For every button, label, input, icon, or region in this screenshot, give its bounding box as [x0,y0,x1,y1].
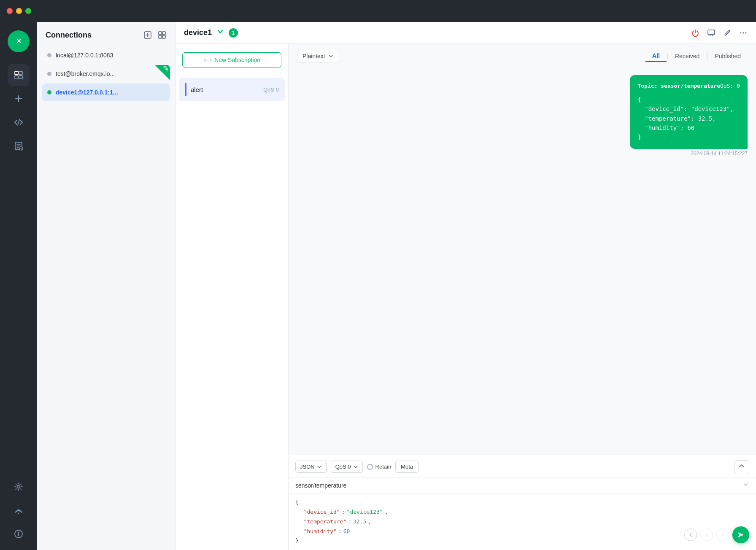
svg-rect-23 [159,32,162,35]
json-label: JSON [300,464,315,470]
sidebar-item-broadcast[interactable] [8,499,30,521]
svg-rect-25 [159,35,162,38]
svg-point-16 [18,513,19,514]
nav-next-button[interactable] [716,528,729,541]
chat-button[interactable] [707,29,716,37]
svg-rect-26 [162,35,165,38]
connection-status-dot [47,72,51,76]
json-format-select[interactable]: JSON [295,461,327,473]
svg-rect-27 [708,30,715,35]
message-filter-bar: Plaintext All | Received | Published [289,44,756,68]
svg-rect-4 [15,75,18,79]
main-content: device1 1 [176,22,756,550]
payload-editor[interactable]: { "device_id": "device123", "temperature… [295,498,749,546]
message-bubble-wrap: Topic: sensor/temperature QoS: 0 { "devi… [297,75,748,156]
connection-item-test[interactable]: test@broker.emqx.io... SSL [42,65,170,83]
sidebar-item-log[interactable]: ⚙ [8,135,30,157]
svg-point-15 [17,485,20,488]
sidebar-item-code[interactable] [8,111,30,133]
message-topic-line: Topic: sensor/temperature QoS: 0 [637,82,740,91]
svg-rect-3 [19,71,22,75]
app-logo: ✕ [8,30,30,52]
qos-select[interactable]: QoS 0 [331,461,363,473]
meta-button[interactable]: Meta [395,461,418,473]
publish-actions [684,526,749,543]
subscription-item-alert[interactable]: alert QoS 0 [179,78,285,101]
connection-item-local[interactable]: local@127.0.0.1:8083 [42,46,170,64]
layout-button[interactable] [157,30,167,40]
connection-list: local@127.0.0.1:8083 test@broker.emqx.io… [37,46,175,550]
message-topic-name: Topic: sensor/temperature [637,82,720,91]
connection-status-dot [47,53,51,57]
retain-radio[interactable] [367,464,373,470]
close-button[interactable] [7,8,13,14]
plus-icon: + [203,57,207,63]
connection-item-device1[interactable]: device1@127.0.0.1:1... [42,84,170,101]
connections-panel: Connections local@127.0.0.1:8083 test@br… [37,22,176,550]
svg-point-19 [18,532,19,533]
messages-panel: Plaintext All | Received | Published [289,44,756,550]
chevron-down-icon[interactable] [216,27,224,38]
minimize-button[interactable] [16,8,22,14]
payload-area: { "device_id": "device123", "temperature… [289,493,756,550]
svg-point-29 [743,32,744,33]
filter-tab-received[interactable]: Received [668,51,706,62]
new-subscription-button[interactable]: + + New Subscription [182,52,281,67]
filter-tab-published[interactable]: Published [708,51,748,62]
maximize-button[interactable] [25,8,31,14]
power-button[interactable] [691,29,699,37]
traffic-lights [7,8,31,14]
icon-sidebar: ✕ [0,22,37,550]
retain-label: Retain [375,464,392,470]
notification-badge: 1 [229,28,238,38]
device-title-area: device1 1 [184,27,238,38]
nav-prev-button[interactable] [700,528,713,541]
message-body: { "device_id": "device123", "temperature… [637,95,740,142]
subscriptions-panel: + + New Subscription alert QoS 0 [176,44,289,550]
sub-item-left: alert [185,83,203,96]
svg-text:✕: ✕ [16,38,21,45]
svg-rect-24 [162,32,165,35]
new-subscription-label: + New Subscription [209,57,260,63]
topic-bar [289,478,756,493]
filter-tab-all[interactable]: All [645,50,667,62]
format-label: Plaintext [302,53,325,59]
publish-panel: JSON QoS 0 Retain Meta [289,455,756,550]
retain-toggle[interactable]: Retain [367,464,392,470]
connections-actions [143,30,167,40]
format-select[interactable]: Plaintext [297,50,339,62]
qos-label: QoS 0 [335,464,351,470]
connections-title: Connections [46,31,92,40]
send-button[interactable] [732,526,749,543]
svg-rect-5 [19,75,22,79]
device-name: device1 [184,28,212,37]
message-bubble: Topic: sensor/temperature QoS: 0 { "devi… [630,75,748,149]
publish-toolbar: JSON QoS 0 Retain Meta [289,455,756,478]
sub-topic: alert [191,86,203,93]
device-header: device1 1 [176,22,756,44]
messages-area: Topic: sensor/temperature QoS: 0 { "devi… [289,68,756,455]
content-split: + + New Subscription alert QoS 0 [176,44,756,550]
filter-tabs: All | Received | Published [645,50,748,62]
collapse-button[interactable] [734,460,749,473]
connection-status-dot [47,90,51,94]
connection-name: local@127.0.0.1:8083 [56,52,113,59]
topic-chevron-icon[interactable] [742,481,749,490]
edit-button[interactable] [723,29,732,37]
sidebar-item-info[interactable] [8,523,30,545]
sub-color-bar [185,83,186,96]
svg-point-28 [740,32,742,33]
sidebar-item-connections[interactable] [8,64,30,86]
titlebar [0,0,756,22]
sidebar-item-settings[interactable] [8,476,30,498]
more-button[interactable] [739,29,748,37]
svg-line-8 [18,119,19,125]
message-qos: QoS: 0 [720,82,740,91]
connections-header: Connections [37,22,175,46]
topic-input[interactable] [295,482,742,489]
sidebar-item-add[interactable] [8,88,30,110]
add-connection-button[interactable] [143,30,152,40]
svg-rect-2 [15,71,18,75]
sub-qos: QoS 0 [263,86,279,93]
nav-back-button[interactable] [684,528,697,541]
